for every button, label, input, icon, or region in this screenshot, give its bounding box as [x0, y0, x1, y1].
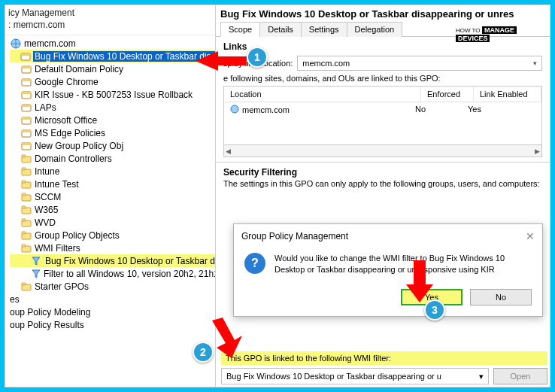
- tree-item[interactable]: Default Domain Policy: [10, 62, 215, 75]
- tab-settings[interactable]: Settings: [301, 22, 347, 37]
- svg-rect-24: [22, 193, 26, 196]
- tree-item[interactable]: MS Edge Policies: [10, 126, 215, 139]
- tree-item-label: Default Domain Policy: [35, 64, 123, 74]
- gpo-icon: [20, 76, 32, 88]
- tree-root-label: memcm.com: [24, 38, 76, 49]
- tree-item[interactable]: Group Policy Objects: [10, 229, 215, 242]
- tree-item[interactable]: Domain Controllers: [10, 152, 215, 165]
- tree-item[interactable]: KIR Issue - KB 5007253 Issue Rollback: [10, 88, 215, 101]
- svg-rect-22: [22, 181, 26, 183]
- filter-icon: [31, 268, 41, 280]
- svg-rect-18: [22, 155, 26, 157]
- chevron-down-icon: ▾: [533, 59, 537, 67]
- gpo-icon: [20, 140, 32, 152]
- links-table[interactable]: Location Enforced Link Enabled memcm.com…: [223, 86, 542, 145]
- tree-item[interactable]: New Group Policy Obj: [10, 139, 215, 152]
- th-enforced[interactable]: Enforced: [421, 87, 474, 102]
- svg-rect-2: [21, 53, 30, 56]
- tree-item-label: Starter GPOs: [35, 281, 89, 292]
- tree-item[interactable]: Starter GPOs: [10, 280, 215, 293]
- tree-footer-label: es: [10, 294, 20, 305]
- tree-item[interactable]: SCCM: [10, 190, 215, 203]
- folder-icon: [20, 229, 32, 242]
- tree-item-label: Bug Fix Windows 10 Desktop or Taskbar di…: [33, 51, 216, 62]
- svg-rect-10: [22, 105, 31, 107]
- wmi-filter-combo[interactable]: Bug Fix Windows 10 Desktop or Taskbar di…: [221, 368, 489, 384]
- tree-item-label: Domain Controllers: [35, 153, 112, 164]
- tree-item[interactable]: WVD: [10, 216, 215, 229]
- tab-scope[interactable]: Scope: [220, 22, 260, 37]
- header-line-2: : memcm.com: [8, 19, 212, 31]
- security-heading: Security Filtering: [216, 163, 550, 179]
- svg-rect-28: [22, 219, 26, 221]
- svg-rect-26: [22, 206, 26, 208]
- th-location[interactable]: Location: [224, 87, 421, 102]
- gpo-icon: [20, 127, 32, 139]
- svg-rect-8: [22, 92, 31, 94]
- tree-footer-item[interactable]: es: [10, 293, 215, 305]
- tree-item-label: Intune Test: [35, 179, 79, 190]
- tree-item[interactable]: Intune: [10, 165, 215, 178]
- tree-header: icy Management : memcm.com: [5, 5, 215, 35]
- table-row[interactable]: memcm.com No Yes: [224, 102, 541, 117]
- open-button[interactable]: Open: [493, 368, 547, 384]
- confirm-dialog: Group Policy Management ✕ ? Would you li…: [233, 223, 543, 317]
- tree-item[interactable]: Bug Fix Windows 10 Desktop or Taskbar di…: [10, 254, 215, 267]
- ou-icon: [20, 191, 32, 203]
- no-button[interactable]: No: [470, 289, 532, 305]
- tree-item[interactable]: Bug Fix Windows 10 Desktop or Taskbar di…: [10, 50, 215, 62]
- tab-delegation[interactable]: Delegation: [347, 22, 403, 37]
- tree-item-label: Microsoft Office: [35, 115, 97, 126]
- header-line-1: icy Management: [8, 7, 212, 19]
- folder-icon: [20, 242, 32, 254]
- links-location-value: memcm.com: [302, 59, 350, 68]
- tree-item-label: WVD: [35, 217, 56, 228]
- wmi-label: This GPO is linked to the following WMI …: [221, 351, 547, 365]
- tree-item-label: MS Edge Policies: [35, 128, 105, 138]
- ou-icon: [20, 153, 32, 165]
- tree-item-label: Intune: [35, 166, 59, 177]
- svg-rect-34: [22, 283, 26, 285]
- tree-item-label: KIR Issue - KB 5007253 Issue Rollback: [35, 90, 193, 100]
- tree-item-label: WMI Filters: [35, 243, 80, 254]
- tree-item[interactable]: Intune Test: [10, 178, 215, 190]
- folder-icon: [20, 281, 32, 293]
- arrow-icon: [196, 50, 248, 80]
- close-icon[interactable]: ✕: [526, 230, 535, 242]
- dialog-message: Would you like to change the WMI filter …: [274, 253, 532, 275]
- td-enforced: No: [415, 105, 468, 115]
- tree-item[interactable]: Google Chrome: [10, 75, 215, 88]
- tree[interactable]: memcm.com Bug Fix Windows 10 Desktop or …: [5, 35, 215, 333]
- arrow-icon: [209, 318, 247, 360]
- tree-footer-item[interactable]: oup Policy Modeling: [10, 305, 215, 318]
- arrow-icon: [405, 260, 435, 304]
- tree-item[interactable]: Filter to all Windows 10, version 20h2, …: [10, 267, 215, 280]
- wmi-filter-value: Bug Fix Windows 10 Desktop or Taskbar di…: [226, 372, 441, 381]
- tree-item[interactable]: Microsoft Office: [10, 114, 215, 126]
- th-link-enabled[interactable]: Link Enabled: [474, 87, 541, 102]
- ou-icon: [20, 217, 32, 229]
- svg-rect-14: [22, 130, 31, 132]
- tree-item[interactable]: W365: [10, 203, 215, 216]
- ou-icon: [20, 178, 32, 190]
- tab-details[interactable]: Details: [259, 22, 302, 37]
- tree-footer-item[interactable]: oup Policy Results: [10, 318, 215, 331]
- table-header: Location Enforced Link Enabled: [224, 87, 541, 102]
- h-scrollbar[interactable]: ◀▶: [223, 145, 542, 157]
- svg-marker-36: [196, 51, 247, 71]
- filter-icon: [31, 255, 41, 267]
- links-note: e following sites, domains, and OUs are …: [223, 74, 542, 83]
- security-text: The settings in this GPO can only apply …: [216, 179, 550, 188]
- ou-icon: [20, 204, 32, 216]
- gpo-icon: [20, 114, 32, 126]
- tree-item-label: Bug Fix Windows 10 Desktop or Taskbar di…: [44, 256, 216, 266]
- tree-item[interactable]: WMI Filters: [10, 242, 215, 254]
- tree-root[interactable]: memcm.com: [10, 37, 215, 50]
- tree-item-label: New Group Policy Obj: [35, 141, 123, 151]
- tree-item-label: Google Chrome: [35, 77, 99, 87]
- links-location-combo[interactable]: memcm.com ▾: [297, 56, 542, 71]
- gpo-icon: [20, 89, 32, 101]
- tree-item-label: Filter to all Windows 10, version 20h2, …: [44, 269, 216, 279]
- tree-item[interactable]: LAPs: [10, 101, 215, 114]
- tree-item-label: SCCM: [35, 192, 61, 202]
